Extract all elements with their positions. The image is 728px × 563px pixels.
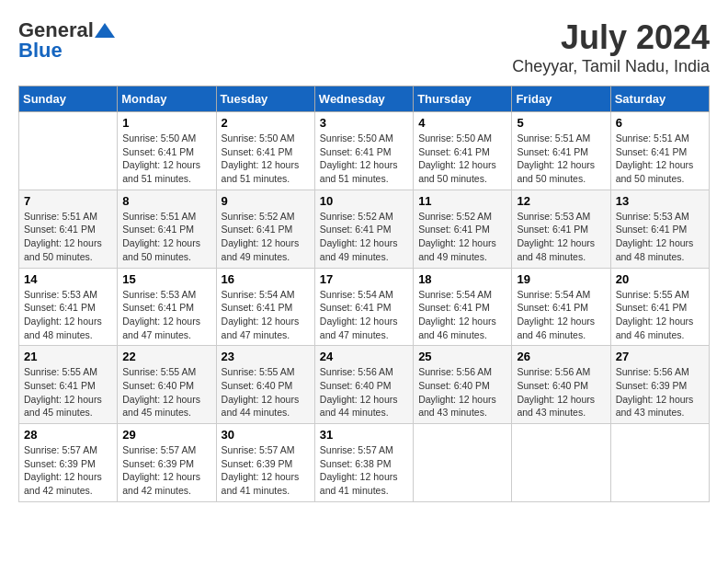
calendar-cell: 14Sunrise: 5:53 AM Sunset: 6:41 PM Dayli… — [19, 268, 118, 346]
calendar-subtitle: Cheyyar, Tamil Nadu, India — [512, 57, 710, 76]
day-number: 28 — [24, 428, 112, 442]
calendar-header-row: SundayMondayTuesdayWednesdayThursdayFrid… — [19, 86, 710, 112]
day-number: 30 — [222, 428, 310, 442]
calendar-week-row: 28Sunrise: 5:57 AM Sunset: 6:39 PM Dayli… — [19, 424, 710, 502]
day-details: Sunrise: 5:51 AM Sunset: 6:41 PM Dayligh… — [616, 132, 704, 186]
day-number: 3 — [320, 116, 408, 130]
column-header-monday: Monday — [118, 86, 216, 112]
day-details: Sunrise: 5:57 AM Sunset: 6:39 PM Dayligh… — [222, 443, 310, 498]
calendar-cell — [414, 424, 512, 502]
day-details: Sunrise: 5:56 AM Sunset: 6:40 PM Dayligh… — [418, 365, 506, 419]
column-header-thursday: Thursday — [414, 86, 512, 112]
logo-icon — [95, 23, 115, 38]
day-details: Sunrise: 5:50 AM Sunset: 6:41 PM Dayligh… — [122, 132, 210, 186]
day-number: 9 — [222, 194, 310, 208]
day-number: 4 — [418, 116, 506, 130]
day-number: 26 — [517, 350, 605, 363]
calendar-cell: 3Sunrise: 5:50 AM Sunset: 6:41 PM Daylig… — [314, 112, 413, 190]
day-details: Sunrise: 5:54 AM Sunset: 6:41 PM Dayligh… — [222, 288, 310, 342]
day-details: Sunrise: 5:51 AM Sunset: 6:41 PM Dayligh… — [122, 210, 210, 264]
calendar-cell: 7Sunrise: 5:51 AM Sunset: 6:41 PM Daylig… — [19, 190, 118, 268]
day-number: 31 — [320, 428, 408, 442]
calendar-week-row: 7Sunrise: 5:51 AM Sunset: 6:41 PM Daylig… — [19, 190, 710, 268]
calendar-cell: 29Sunrise: 5:57 AM Sunset: 6:39 PM Dayli… — [118, 424, 216, 502]
day-number: 15 — [122, 272, 210, 286]
calendar-cell: 6Sunrise: 5:51 AM Sunset: 6:41 PM Daylig… — [610, 112, 709, 190]
day-number: 11 — [418, 194, 506, 208]
day-details: Sunrise: 5:55 AM Sunset: 6:40 PM Dayligh… — [222, 365, 310, 419]
day-details: Sunrise: 5:57 AM Sunset: 6:39 PM Dayligh… — [24, 443, 112, 498]
calendar-cell: 12Sunrise: 5:53 AM Sunset: 6:41 PM Dayli… — [512, 190, 610, 268]
calendar-cell: 28Sunrise: 5:57 AM Sunset: 6:39 PM Dayli… — [19, 424, 118, 502]
calendar-cell — [512, 424, 610, 502]
calendar-title: July 2024 — [512, 18, 710, 57]
day-number: 7 — [24, 194, 112, 208]
column-header-tuesday: Tuesday — [216, 86, 314, 112]
calendar-cell: 9Sunrise: 5:52 AM Sunset: 6:41 PM Daylig… — [216, 190, 314, 268]
page-header: General Blue July 2024 Cheyyar, Tamil Na… — [18, 18, 710, 76]
day-number: 5 — [517, 116, 605, 130]
calendar-cell: 26Sunrise: 5:56 AM Sunset: 6:40 PM Dayli… — [512, 346, 610, 424]
day-number: 1 — [122, 116, 210, 130]
day-details: Sunrise: 5:52 AM Sunset: 6:41 PM Dayligh… — [320, 210, 408, 264]
calendar-cell: 19Sunrise: 5:54 AM Sunset: 6:41 PM Dayli… — [512, 268, 610, 346]
day-details: Sunrise: 5:53 AM Sunset: 6:41 PM Dayligh… — [24, 288, 112, 342]
calendar-cell: 30Sunrise: 5:57 AM Sunset: 6:39 PM Dayli… — [216, 424, 314, 502]
calendar-cell: 18Sunrise: 5:54 AM Sunset: 6:41 PM Dayli… — [414, 268, 512, 346]
calendar-cell: 27Sunrise: 5:56 AM Sunset: 6:39 PM Dayli… — [610, 346, 709, 424]
day-number: 14 — [24, 272, 112, 286]
day-details: Sunrise: 5:56 AM Sunset: 6:40 PM Dayligh… — [320, 365, 408, 419]
day-number: 24 — [320, 350, 408, 363]
column-header-wednesday: Wednesday — [314, 86, 413, 112]
day-number: 29 — [122, 428, 210, 442]
column-header-friday: Friday — [512, 86, 610, 112]
day-details: Sunrise: 5:52 AM Sunset: 6:41 PM Dayligh… — [222, 210, 310, 264]
calendar-cell: 23Sunrise: 5:55 AM Sunset: 6:40 PM Dayli… — [216, 346, 314, 424]
day-number: 20 — [616, 272, 704, 286]
day-number: 25 — [418, 350, 506, 363]
calendar-cell: 2Sunrise: 5:50 AM Sunset: 6:41 PM Daylig… — [216, 112, 314, 190]
day-details: Sunrise: 5:53 AM Sunset: 6:41 PM Dayligh… — [616, 210, 704, 264]
day-number: 8 — [122, 194, 210, 208]
day-details: Sunrise: 5:54 AM Sunset: 6:41 PM Dayligh… — [418, 288, 506, 342]
day-details: Sunrise: 5:50 AM Sunset: 6:41 PM Dayligh… — [320, 132, 408, 186]
day-details: Sunrise: 5:54 AM Sunset: 6:41 PM Dayligh… — [517, 288, 605, 342]
day-number: 21 — [24, 350, 112, 363]
day-details: Sunrise: 5:50 AM Sunset: 6:41 PM Dayligh… — [418, 132, 506, 186]
day-details: Sunrise: 5:52 AM Sunset: 6:41 PM Dayligh… — [418, 210, 506, 264]
calendar-cell — [19, 112, 118, 190]
calendar-cell: 17Sunrise: 5:54 AM Sunset: 6:41 PM Dayli… — [314, 268, 413, 346]
calendar-cell: 13Sunrise: 5:53 AM Sunset: 6:41 PM Dayli… — [610, 190, 709, 268]
day-number: 22 — [122, 350, 210, 363]
logo-blue: Blue — [18, 39, 63, 63]
calendar-cell: 16Sunrise: 5:54 AM Sunset: 6:41 PM Dayli… — [216, 268, 314, 346]
calendar-cell: 20Sunrise: 5:55 AM Sunset: 6:41 PM Dayli… — [610, 268, 709, 346]
calendar-cell: 11Sunrise: 5:52 AM Sunset: 6:41 PM Dayli… — [414, 190, 512, 268]
calendar-cell: 31Sunrise: 5:57 AM Sunset: 6:38 PM Dayli… — [314, 424, 413, 502]
column-header-saturday: Saturday — [610, 86, 709, 112]
day-number: 13 — [616, 194, 704, 208]
day-number: 23 — [222, 350, 310, 363]
calendar-week-row: 1Sunrise: 5:50 AM Sunset: 6:41 PM Daylig… — [19, 112, 710, 190]
calendar-cell: 25Sunrise: 5:56 AM Sunset: 6:40 PM Dayli… — [414, 346, 512, 424]
day-number: 19 — [517, 272, 605, 286]
day-number: 27 — [616, 350, 704, 363]
calendar-cell: 10Sunrise: 5:52 AM Sunset: 6:41 PM Dayli… — [314, 190, 413, 268]
calendar-table: SundayMondayTuesdayWednesdayThursdayFrid… — [18, 86, 710, 502]
calendar-cell: 22Sunrise: 5:55 AM Sunset: 6:40 PM Dayli… — [118, 346, 216, 424]
day-details: Sunrise: 5:57 AM Sunset: 6:39 PM Dayligh… — [122, 443, 210, 498]
calendar-cell: 24Sunrise: 5:56 AM Sunset: 6:40 PM Dayli… — [314, 346, 413, 424]
day-number: 6 — [616, 116, 704, 130]
day-details: Sunrise: 5:55 AM Sunset: 6:41 PM Dayligh… — [24, 365, 112, 419]
day-details: Sunrise: 5:56 AM Sunset: 6:39 PM Dayligh… — [616, 365, 704, 419]
day-details: Sunrise: 5:50 AM Sunset: 6:41 PM Dayligh… — [222, 132, 310, 186]
day-details: Sunrise: 5:51 AM Sunset: 6:41 PM Dayligh… — [517, 132, 605, 186]
calendar-cell: 15Sunrise: 5:53 AM Sunset: 6:41 PM Dayli… — [118, 268, 216, 346]
calendar-cell: 21Sunrise: 5:55 AM Sunset: 6:41 PM Dayli… — [19, 346, 118, 424]
day-number: 16 — [222, 272, 310, 286]
day-details: Sunrise: 5:56 AM Sunset: 6:40 PM Dayligh… — [517, 365, 605, 419]
title-block: July 2024 Cheyyar, Tamil Nadu, India — [512, 18, 710, 76]
day-details: Sunrise: 5:51 AM Sunset: 6:41 PM Dayligh… — [24, 210, 112, 264]
day-details: Sunrise: 5:57 AM Sunset: 6:38 PM Dayligh… — [320, 443, 408, 498]
day-details: Sunrise: 5:54 AM Sunset: 6:41 PM Dayligh… — [320, 288, 408, 342]
